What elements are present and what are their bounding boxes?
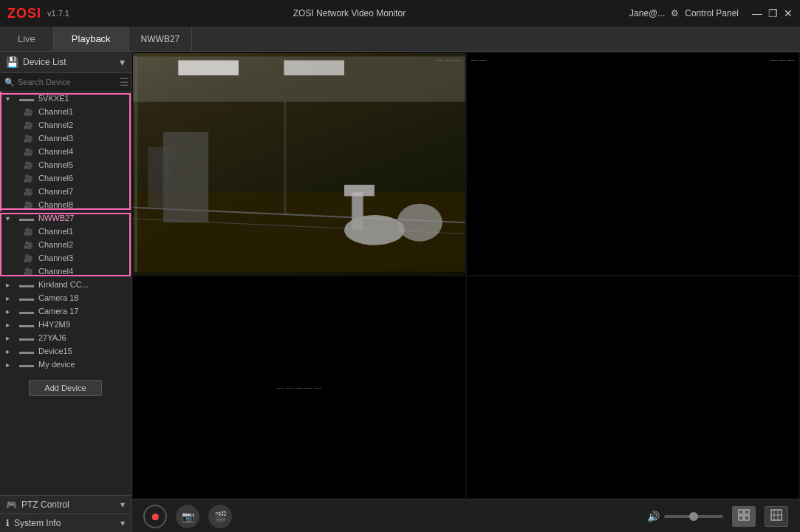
channel-label-1: Channel1 bbox=[38, 107, 73, 116]
channel-5VKXE1-2[interactable]: 🎥 Channel2 bbox=[0, 118, 131, 132]
nvr-icon-kirkland: ▬▬ bbox=[19, 281, 34, 289]
video-cell-3[interactable]: — — — — — bbox=[133, 276, 465, 498]
nvr-icon-h4y2m9: ▬▬ bbox=[19, 321, 34, 329]
video-cell-1[interactable]: — — — bbox=[133, 53, 465, 275]
chevron-device15: ▸ bbox=[6, 347, 15, 355]
nwwb-channel-label-3: Channel3 bbox=[38, 253, 73, 262]
sysinfo-label-group: ℹ System Info bbox=[6, 518, 61, 528]
volume-slider[interactable] bbox=[664, 515, 723, 518]
snapshot-button[interactable]: 📷 bbox=[176, 505, 199, 528]
chevron-camera18: ▸ bbox=[6, 294, 15, 302]
sysinfo-icon: ℹ bbox=[6, 518, 10, 528]
ptz-control-section[interactable]: 🎮 PTZ Control ▾ bbox=[0, 495, 131, 514]
cam-icon-ch4: 🎥 bbox=[24, 148, 33, 156]
app-logo: ZOSI bbox=[7, 6, 41, 21]
channel-label-7: Channel7 bbox=[38, 187, 73, 196]
nvr-icon-camera17: ▬▬ bbox=[19, 307, 34, 316]
video-cell-4[interactable] bbox=[467, 276, 799, 498]
cam-icon-ch1: 🎥 bbox=[24, 108, 33, 116]
close-button[interactable]: ✕ bbox=[784, 7, 793, 19]
system-info-section[interactable]: ℹ System Info ▾ bbox=[0, 514, 131, 532]
tab-live[interactable]: Live bbox=[0, 27, 54, 51]
channel-NWWB27-4[interactable]: 🎥 Channel4 bbox=[0, 265, 131, 278]
app-title: ZOSI Network Video Monitor bbox=[293, 8, 406, 18]
nvr-icon-camera18: ▬▬ bbox=[19, 294, 34, 302]
nvr-icon-mydevice: ▬▬ bbox=[19, 361, 34, 369]
device-mydevice[interactable]: ▸ ▬▬ My device bbox=[0, 358, 131, 371]
channel-NWWB27-3[interactable]: 🎥 Channel3 bbox=[0, 251, 131, 265]
search-icon: 🔍 bbox=[4, 78, 15, 87]
toolbar: ⏺ 📷 🎬 🔊 bbox=[131, 499, 800, 532]
record-button[interactable]: ⏺ bbox=[143, 505, 167, 528]
nvr-icon-27yaj6: ▬▬ bbox=[19, 334, 34, 342]
svg-rect-8 bbox=[344, 185, 375, 196]
search-bar: 🔍 ☰ bbox=[0, 73, 131, 92]
chevron-NWWB27: ▾ bbox=[6, 214, 15, 222]
device-camera17[interactable]: ▸ ▬▬ Camera 17 bbox=[0, 304, 131, 318]
device-list: ▾ ▬▬ 5VKXE1 🎥 Channel1 🎥 Channel2 🎥 Chan… bbox=[0, 92, 131, 495]
chevron-mydevice: ▸ bbox=[6, 361, 15, 369]
control-panel-link[interactable]: Control Panel bbox=[685, 8, 739, 18]
channel-NWWB27-2[interactable]: 🎥 Channel2 bbox=[0, 238, 131, 251]
chevron-27yaj6: ▸ bbox=[6, 334, 15, 342]
tab-playback[interactable]: Playback bbox=[54, 27, 129, 51]
video-icon: 🎬 bbox=[214, 511, 227, 522]
device-group-NWWB27: ▾ ▬▬ NWWB27 🎥 Channel1 🎥 Channel2 🎥 Chan… bbox=[0, 211, 131, 278]
device-h4y2m9[interactable]: ▸ ▬▬ H4Y2M9 bbox=[0, 318, 131, 331]
nvr-icon-NWWB27: ▬▬ bbox=[19, 214, 34, 222]
device-label-camera18: Camera 18 bbox=[38, 293, 78, 302]
channel-5VKXE1-1[interactable]: 🎥 Channel1 bbox=[0, 105, 131, 118]
sidebar: 💾 Device List ▾ 🔍 ☰ ▾ ▬▬ 5VKXE1 bbox=[0, 52, 131, 532]
video-cell-2[interactable]: — — — — — bbox=[467, 53, 799, 275]
add-device-button[interactable]: Add Device bbox=[29, 380, 101, 396]
device-NWWB27[interactable]: ▾ ▬▬ NWWB27 bbox=[0, 211, 131, 225]
device-27yaj6[interactable]: ▸ ▬▬ 27YAJ6 bbox=[0, 331, 131, 344]
channel-label-3: Channel3 bbox=[38, 134, 73, 143]
ptz-icon: 🎮 bbox=[6, 499, 17, 510]
list-view-icon[interactable]: ☰ bbox=[120, 76, 129, 88]
channel-NWWB27-1[interactable]: 🎥 Channel1 bbox=[0, 225, 131, 238]
channel-5VKXE1-6[interactable]: 🎥 Channel6 bbox=[0, 171, 131, 185]
nwwb-channel-label-4: Channel4 bbox=[38, 267, 73, 276]
device-label-5VKXE1: 5VKXE1 bbox=[38, 94, 69, 103]
active-channel-tab[interactable]: NWWB27 bbox=[129, 27, 193, 51]
video-grid: — — — — — — — — — — — — — bbox=[131, 52, 800, 499]
cam-icon-ch5: 🎥 bbox=[24, 161, 33, 169]
maximize-button[interactable]: ❐ bbox=[768, 7, 778, 19]
cell3-center-label: — — — — — bbox=[276, 383, 321, 392]
fullscreen-button[interactable] bbox=[765, 506, 788, 527]
channel-5VKXE1-5[interactable]: 🎥 Channel5 bbox=[0, 158, 131, 171]
chevron-h4y2m9: ▸ bbox=[6, 321, 15, 329]
cam-icon-ch2: 🎥 bbox=[24, 121, 33, 129]
channel-5VKXE1-8[interactable]: 🎥 Channel8 bbox=[0, 198, 131, 211]
minimize-button[interactable]: — bbox=[752, 7, 762, 19]
cam-icon-ch8: 🎥 bbox=[24, 201, 33, 209]
video-button[interactable]: 🎬 bbox=[208, 505, 232, 528]
channel-5VKXE1-4[interactable]: 🎥 Channel4 bbox=[0, 145, 131, 158]
channel-label-6: Channel6 bbox=[38, 174, 73, 183]
cam-icon-nwwb-ch1: 🎥 bbox=[24, 228, 33, 236]
highlight-bar-5VKXE1 bbox=[0, 92, 1, 211]
nvr-icon-device15: ▬▬ bbox=[19, 347, 34, 355]
channel-label-4: Channel4 bbox=[38, 147, 73, 156]
fullscreen-icon bbox=[770, 509, 782, 523]
channel-5VKXE1-3[interactable]: 🎥 Channel3 bbox=[0, 132, 131, 145]
add-device-container: Add Device bbox=[0, 371, 131, 405]
device-5VKXE1[interactable]: ▾ ▬▬ 5VKXE1 bbox=[0, 92, 131, 105]
nwwb-channel-label-2: Channel2 bbox=[38, 240, 73, 249]
cell2-label-right: — — — bbox=[770, 56, 794, 64]
device-camera18[interactable]: ▸ ▬▬ Camera 18 bbox=[0, 291, 131, 304]
grid-4-button[interactable] bbox=[732, 506, 756, 527]
device-list-label: 💾 Device List bbox=[6, 56, 66, 68]
device-label-h4y2m9: H4Y2M9 bbox=[38, 320, 70, 329]
channel-5VKXE1-7[interactable]: 🎥 Channel7 bbox=[0, 185, 131, 198]
record-icon: ⏺ bbox=[150, 511, 160, 522]
sysinfo-collapse-icon: ▾ bbox=[120, 518, 125, 528]
device-label-NWWB27: NWWB27 bbox=[38, 214, 74, 222]
sidebar-collapse-icon[interactable]: ▾ bbox=[120, 56, 125, 68]
gear-icon[interactable]: ⚙ bbox=[671, 8, 679, 18]
device-kirkland[interactable]: ▸ ▬▬ Kirkland CC... bbox=[0, 278, 131, 291]
search-input[interactable] bbox=[18, 78, 120, 86]
device-device15[interactable]: ▸ ▬▬ Device15 bbox=[0, 344, 131, 358]
device-label-camera17: Camera 17 bbox=[38, 307, 78, 316]
